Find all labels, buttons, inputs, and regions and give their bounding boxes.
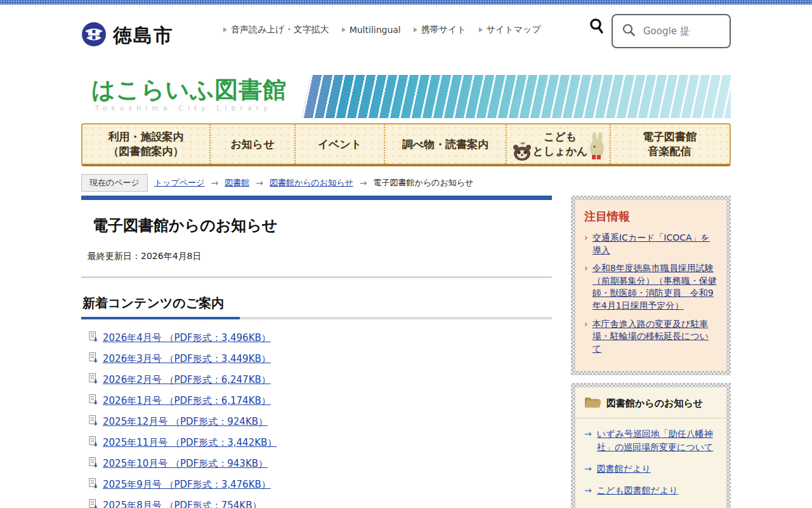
library-news-link[interactable]: いずみ号巡回地「助任八幡神社」の巡回場所変更について	[597, 427, 717, 454]
library-news-link[interactable]: としょかんヤングジャー	[597, 505, 697, 508]
folder-icon	[584, 396, 601, 411]
search-icon[interactable]	[589, 18, 604, 37]
breadcrumb-link-top[interactable]: トップページ	[154, 177, 205, 189]
featured-link[interactable]: 令和8年度徳島市職員採用試験（前期募集分）（事務職・保健師・獣医師・消防吏員 令…	[593, 262, 717, 312]
library-news-box: 図書館からのお知らせ → いずみ号巡回地「助任八幡神社」の巡回場所変更について …	[571, 383, 731, 508]
featured-title: 注目情報	[584, 209, 717, 224]
last-updated: 最終更新日：2026年4月8日	[88, 251, 552, 262]
pdf-icon	[89, 373, 98, 387]
pdf-icon	[89, 478, 98, 491]
breadcrumb-arrow-icon: →	[256, 178, 263, 188]
featured-item: › 本庁舎進入路の変更及び駐車場・駐輪場の移転延長について	[584, 318, 717, 356]
featured-item: › 令和8年度徳島市職員採用試験（前期募集分）（事務職・保健師・獣医師・消防吏員…	[584, 262, 717, 312]
pdf-link[interactable]: 2025年8月号 （PDF形式：754KB）	[103, 500, 261, 508]
featured-link[interactable]: 本庁舎進入路の変更及び駐車場・駐輪場の移転延長について	[593, 318, 717, 356]
pdf-list-item: 2026年3月号 （PDF形式：3,449KB）	[89, 353, 552, 365]
pdf-icon	[89, 499, 98, 508]
search-placeholder: Google 提供	[643, 25, 690, 37]
city-name: 徳島市	[113, 23, 174, 49]
featured-item: › 交通系ICカード「ICOCA」を導入	[584, 232, 717, 257]
pdf-link[interactable]: 2025年12月号 （PDF形式：924KB）	[103, 416, 268, 428]
featured-link[interactable]: 交通系ICカード「ICOCA」を導入	[593, 232, 717, 257]
library-news-item: → 図書館だより	[584, 462, 717, 476]
book-spines-decoration	[302, 75, 731, 118]
library-logo-subtext: Tokushima City Library	[91, 104, 287, 112]
section-underline	[81, 317, 552, 319]
breadcrumb-arrow-icon: →	[211, 178, 218, 188]
pdf-link[interactable]: 2025年9月号 （PDF形式：3,476KB）	[103, 479, 271, 491]
pdf-icon	[89, 331, 98, 345]
pdf-list-item: 2026年2月号 （PDF形式：6,247KB）	[89, 374, 552, 386]
pdf-link[interactable]: 2026年1月号 （PDF形式：6,174KB）	[103, 395, 271, 407]
sidebar: 注目情報 › 交通系ICカード「ICOCA」を導入 › 令和8年度徳島市職員採用…	[571, 196, 731, 508]
pdf-list-item: 2025年9月号 （PDF形式：3,476KB）	[89, 479, 552, 491]
pdf-list: 2026年4月号 （PDF形式：3,496KB） 2026年3月号 （PDF形式…	[89, 332, 552, 508]
nav-item-digital-library[interactable]: 電子図書館 音楽配信	[610, 124, 728, 164]
search-box-icon	[622, 23, 636, 39]
utility-link-mobile-site[interactable]: 携帯サイト	[414, 24, 466, 36]
library-news-item: → としょかんヤングジャー	[584, 505, 717, 508]
library-news-item: → いずみ号巡回地「助任八幡神社」の巡回場所変更について	[584, 427, 717, 454]
nav-item-kids-library[interactable]: こども としょかん	[506, 124, 610, 164]
nav-item-guide[interactable]: 利用・施設案内 （図書館案内）	[82, 124, 209, 164]
chevron-icon: ›	[584, 262, 588, 312]
library-news-title: 図書館からのお知らせ	[606, 398, 703, 410]
pdf-list-item: 2025年11月号 （PDF形式：3,442KB）	[89, 437, 552, 449]
pdf-icon	[89, 415, 98, 429]
top-accent-bar	[0, 0, 812, 5]
breadcrumb-link-library-news[interactable]: 図書館からのお知らせ	[270, 177, 353, 189]
pdf-list-item: 2025年10月号 （PDF形式：943KB）	[89, 458, 552, 470]
breadcrumb-link-library[interactable]: 図書館	[225, 177, 249, 189]
pdf-list-item: 2025年8月号 （PDF形式：754KB）	[89, 500, 552, 508]
pdf-link[interactable]: 2025年10月号 （PDF形式：943KB）	[103, 458, 268, 470]
library-news-link[interactable]: 図書館だより	[597, 462, 651, 476]
featured-box: 注目情報 › 交通系ICカード「ICOCA」を導入 › 令和8年度徳島市職員採用…	[571, 196, 731, 375]
pdf-list-item: 2025年12月号 （PDF形式：924KB）	[89, 416, 552, 428]
pdf-link[interactable]: 2025年11月号 （PDF形式：3,442KB）	[103, 437, 277, 449]
nav-item-news[interactable]: お知らせ	[209, 124, 294, 164]
city-logo[interactable]: 徳島市	[81, 22, 174, 50]
library-banner[interactable]: はこらいふ図書館 Tokushima City Library	[81, 75, 731, 118]
section-title: 新着コンテンツのご案内	[82, 295, 552, 312]
pdf-icon	[89, 394, 98, 408]
tanuki-mascot-icon	[511, 141, 533, 165]
nav-item-research[interactable]: 調べ物・読書案内	[384, 124, 506, 164]
pdf-list-item: 2026年1月号 （PDF形式：6,174KB）	[89, 395, 552, 407]
pdf-icon	[89, 352, 98, 366]
library-news-link[interactable]: こども図書館だより	[597, 484, 678, 497]
pdf-icon	[89, 436, 98, 450]
title-accent-bar	[81, 196, 552, 200]
pdf-icon	[89, 457, 98, 471]
utility-link-multilingual[interactable]: Multilingual	[342, 25, 401, 35]
breadcrumb-arrow-icon: →	[360, 178, 367, 188]
arrow-icon: →	[584, 505, 592, 508]
pdf-link[interactable]: 2026年3月号 （PDF形式：3,449KB）	[103, 353, 271, 365]
utility-nav: 音声読み上げ・文字拡大 Multilingual 携帯サイト サイトマップ	[223, 24, 541, 36]
arrow-icon: →	[584, 427, 592, 454]
arrow-icon: →	[584, 462, 592, 476]
google-search-box[interactable]: Google 提供	[612, 14, 731, 48]
breadcrumb-current-page: 電子図書館からのお知らせ	[373, 177, 473, 189]
utility-link-sitemap[interactable]: サイトマップ	[479, 24, 541, 36]
utility-link-accessibility[interactable]: 音声読み上げ・文字拡大	[223, 24, 329, 36]
triangle-icon	[342, 27, 346, 32]
chevron-icon: ›	[584, 232, 588, 257]
breadcrumb-current-label: 現在のページ	[81, 174, 148, 192]
chevron-icon: ›	[584, 318, 588, 356]
pdf-link[interactable]: 2026年4月号 （PDF形式：3,496KB）	[103, 332, 271, 344]
library-news-item: → こども図書館だより	[584, 484, 717, 497]
pdf-list-item: 2026年4月号 （PDF形式：3,496KB）	[89, 332, 552, 344]
triangle-icon	[414, 27, 417, 32]
rabbit-mascot-icon	[588, 132, 606, 165]
library-logo-text: はこらいふ図書館	[91, 77, 287, 104]
nav-item-events[interactable]: イベント	[294, 124, 384, 164]
breadcrumb: 現在のページ トップページ → 図書館 → 図書館からのお知らせ → 電子図書館…	[81, 174, 731, 192]
pdf-link[interactable]: 2026年2月号 （PDF形式：6,247KB）	[103, 374, 271, 386]
divider	[81, 276, 552, 278]
main-nav: 利用・施設案内 （図書館案内） お知らせ イベント 調べ物・読書案内	[81, 123, 731, 166]
arrow-icon: →	[584, 484, 592, 497]
city-emblem-icon	[81, 22, 107, 50]
triangle-icon	[223, 27, 227, 32]
page-title: 電子図書館からのお知らせ	[93, 215, 552, 236]
triangle-icon	[479, 27, 483, 32]
